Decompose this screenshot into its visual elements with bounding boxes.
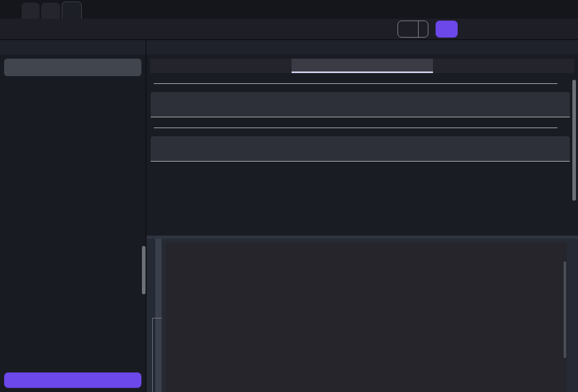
events-guide-line [152,318,162,392]
tab-configuration[interactable] [150,59,292,73]
search-input[interactable] [14,63,136,72]
tab-home[interactable] [22,3,40,19]
javascript-code-event[interactable] [166,243,567,392]
save-button[interactable] [36,21,51,37]
parameter-2-name-input[interactable] [154,126,557,128]
parameter-1-name-input[interactable] [154,81,557,84]
parameter-2-label-field[interactable] [151,136,570,162]
parameter-1-label-row [151,92,570,117]
tab-parameters[interactable] [292,59,433,73]
function-configuration-header [147,40,578,55]
workspace [0,39,578,392]
functions-panel-header [0,40,146,55]
titlebar [0,0,578,19]
preview-main[interactable] [398,21,418,37]
share-button[interactable] [436,21,458,38]
main-menu-button[interactable] [0,0,22,19]
parameter-1-label-field[interactable] [151,92,570,117]
parameter-2-label-row [151,136,570,162]
window-controls [507,0,578,19]
maximize-button[interactable] [531,0,554,19]
window-tabs [22,0,83,19]
tab-curvedmovement[interactable] [62,2,82,19]
search-wrap [0,55,146,80]
functions-sidebar [0,40,146,392]
sidebar-scrollbar[interactable] [142,246,146,294]
add-function-wrap [0,368,146,392]
add-new-function-button[interactable] [4,372,141,388]
toolbar [0,19,578,39]
preview-dropdown-button[interactable] [419,21,428,37]
events-sheet [147,239,578,392]
functions-list [0,80,146,368]
tab-boidsmovement[interactable] [41,3,60,19]
history-button[interactable] [21,21,36,37]
parameter-2-header [153,126,571,128]
config-tabs [150,59,574,73]
parameters-panel [147,55,578,236]
project-manager-button[interactable] [5,21,21,37]
parameter-1-header [153,81,571,84]
tab-object-groups[interactable] [433,59,574,73]
preview-button[interactable] [398,21,428,38]
code-scrollbar[interactable] [564,261,566,358]
functions-group-header[interactable] [3,81,141,98]
app-window [0,0,578,392]
close-window-button[interactable] [554,0,578,19]
code-header[interactable] [166,243,567,244]
minimize-button[interactable] [507,0,531,19]
search-box[interactable] [4,59,141,76]
main-panel [147,40,578,392]
parameters-scrollbar[interactable] [572,80,576,201]
